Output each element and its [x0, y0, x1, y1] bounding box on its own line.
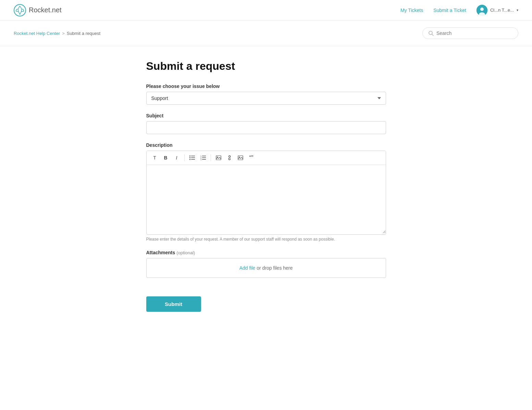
description-editor: T B I	[146, 151, 386, 235]
description-group: Description T B I	[146, 142, 386, 242]
svg-rect-6	[191, 156, 195, 156]
search-box	[422, 27, 518, 39]
editor-toolbar: T B I	[147, 151, 386, 165]
svg-point-10	[189, 157, 190, 158]
submit-button[interactable]: Submit	[146, 296, 201, 312]
toolbar-bold-btn[interactable]: B	[161, 153, 171, 163]
toolbar-italic-btn[interactable]: I	[172, 153, 182, 163]
logo-text: Rocket.net	[29, 6, 62, 14]
toolbar-ol-btn[interactable]: 1. 2. 3.	[198, 153, 208, 163]
svg-rect-21	[238, 156, 243, 160]
toolbar-image-btn[interactable]	[214, 153, 223, 163]
breadcrumb-home-link[interactable]: Rocket.net Help Center	[14, 31, 60, 36]
svg-point-19	[217, 157, 218, 158]
drop-files-text: or drop files here	[257, 265, 293, 271]
link-icon	[227, 155, 232, 160]
svg-point-22	[239, 157, 240, 158]
subject-label: Subject	[146, 113, 386, 118]
toolbar-inline-image-btn[interactable]	[236, 153, 245, 163]
issue-type-group: Please choose your issue below Support B…	[146, 84, 386, 105]
subject-input[interactable]	[146, 121, 386, 134]
subject-group: Subject	[146, 113, 386, 134]
svg-rect-14	[202, 159, 206, 160]
issue-label: Please choose your issue below	[146, 84, 386, 89]
add-file-link[interactable]: Add file	[239, 265, 256, 271]
toolbar-ul-btn[interactable]	[187, 153, 197, 163]
svg-point-11	[189, 159, 190, 160]
image-icon	[216, 155, 221, 160]
breadcrumb-current: Submit a request	[67, 31, 100, 36]
issue-select[interactable]: Support Billing Technical Other	[146, 92, 386, 105]
description-textarea[interactable]	[147, 165, 386, 233]
toolbar-separator-1	[184, 154, 185, 161]
breadcrumb-bar: Rocket.net Help Center > Submit a reques…	[0, 21, 532, 46]
attachments-dropzone[interactable]: Add file or drop files here	[146, 258, 386, 278]
avatar	[477, 5, 487, 16]
attachments-optional: (optional)	[176, 250, 195, 255]
svg-rect-8	[191, 159, 195, 160]
toolbar-text-btn[interactable]: T	[150, 153, 160, 163]
request-form: Please choose your issue below Support B…	[146, 84, 386, 312]
toolbar-quote-btn[interactable]: “”	[247, 153, 256, 163]
svg-text:3.: 3.	[200, 158, 202, 160]
svg-line-5	[432, 34, 433, 36]
attachments-label: Attachments (optional)	[146, 250, 386, 255]
description-hint: Please enter the details of your request…	[146, 237, 386, 242]
search-input[interactable]	[436, 30, 512, 36]
attachments-group: Attachments (optional) Add file or drop …	[146, 250, 386, 278]
logo-link[interactable]: Rocket.net	[14, 4, 62, 16]
svg-rect-12	[202, 156, 206, 156]
svg-point-2	[480, 8, 484, 11]
main-content: Submit a request Please choose your issu…	[139, 46, 393, 332]
avatar-icon	[477, 5, 487, 16]
ordered-list-icon: 1. 2. 3.	[200, 155, 206, 160]
page-title: Submit a request	[146, 60, 386, 73]
site-header: Rocket.net My Tickets Submit a Ticket Cl…	[0, 0, 532, 21]
user-menu[interactable]: Cl...n T...e... ▾	[477, 5, 518, 16]
inline-image-icon	[238, 155, 243, 160]
svg-point-9	[189, 155, 190, 156]
svg-rect-7	[191, 157, 195, 158]
description-label: Description	[146, 142, 386, 148]
chevron-down-icon: ▾	[517, 8, 518, 12]
my-tickets-link[interactable]: My Tickets	[400, 8, 423, 13]
search-icon	[428, 30, 434, 36]
unordered-list-icon	[189, 155, 195, 160]
toolbar-link-btn[interactable]	[225, 153, 234, 163]
svg-rect-18	[216, 156, 221, 160]
svg-rect-13	[202, 157, 206, 158]
breadcrumb-separator: >	[62, 31, 65, 36]
user-name-text: Cl...n T...e...	[490, 8, 514, 13]
rocket-logo-icon	[14, 4, 26, 16]
submit-ticket-link[interactable]: Submit a Ticket	[433, 8, 466, 13]
top-nav: My Tickets Submit a Ticket Cl...n T...e.…	[400, 5, 518, 16]
toolbar-separator-2	[211, 154, 211, 161]
breadcrumb: Rocket.net Help Center > Submit a reques…	[14, 31, 100, 36]
svg-line-20	[229, 157, 230, 158]
